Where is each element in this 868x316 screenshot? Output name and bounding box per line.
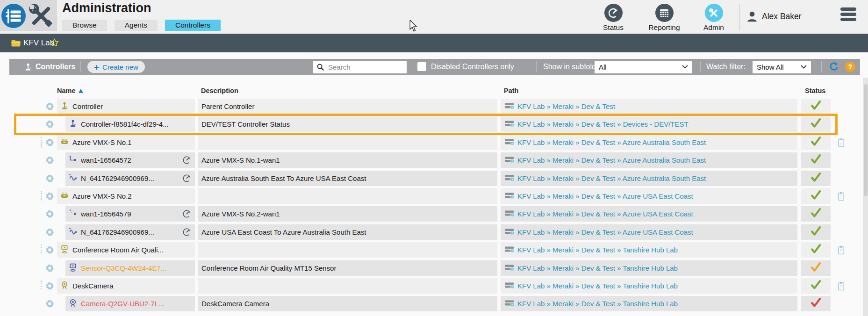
controller-name-cell[interactable]: Controller xyxy=(57,99,195,114)
status-check-icon xyxy=(811,280,821,292)
gear-icon[interactable] xyxy=(45,299,55,310)
refresh-icon[interactable] xyxy=(828,61,839,72)
controller-name-cell[interactable]: Conference Room Air Quali... xyxy=(57,242,195,258)
search-icon xyxy=(316,63,324,71)
status-check-icon xyxy=(811,154,821,166)
rack-icon xyxy=(504,244,514,255)
gear-icon[interactable] xyxy=(45,209,55,221)
gear-icon[interactable] xyxy=(45,119,55,131)
scrollbar-thumb[interactable] xyxy=(864,84,868,196)
wave-icon xyxy=(68,227,78,238)
disabled-only-checkbox[interactable] xyxy=(417,62,426,71)
path-link[interactable]: KFV Lab » Meraki » Dev & Test » Azure Au… xyxy=(517,156,706,164)
nav-reporting[interactable]: Reporting xyxy=(646,4,682,32)
controller-name: Camera-Q2GV-UBU2-7L... xyxy=(81,300,164,308)
sensor-icon xyxy=(60,244,69,256)
star-icon[interactable] xyxy=(50,38,59,48)
clipboard-icon[interactable] xyxy=(837,281,846,293)
gauge-icon xyxy=(182,228,191,238)
controller-name-cell[interactable]: Azure VMX-S No.2 xyxy=(57,188,195,204)
gauge-icon xyxy=(604,4,623,22)
path-link[interactable]: KFV Lab » Meraki » Dev & Test » Tanshire… xyxy=(517,264,678,272)
column-header-status[interactable]: Status xyxy=(805,87,825,94)
rack-icon xyxy=(504,101,514,112)
watch-filter-value: Show All xyxy=(757,63,784,71)
rack-icon xyxy=(504,263,514,273)
nav-status[interactable]: Status xyxy=(595,4,631,32)
path-link[interactable]: KFV Lab » Meraki » Dev & Test » Azure US… xyxy=(517,192,693,200)
joystick-icon xyxy=(68,119,78,130)
controller-name: Controller-f8581f4c-df29-4... xyxy=(81,120,169,128)
controller-name-cell[interactable]: zz wan1-16564579 xyxy=(65,206,195,222)
watch-filter-select[interactable]: Show All xyxy=(753,61,811,73)
path-link[interactable]: KFV Lab » Meraki » Dev & Test » Azure Au… xyxy=(517,174,706,182)
user-menu[interactable]: Alex Baker xyxy=(746,10,802,22)
gear-icon[interactable] xyxy=(45,281,55,293)
path-link[interactable]: KFV Lab » Meraki » Dev & Test » Azure US… xyxy=(517,228,693,236)
gear-icon[interactable] xyxy=(45,191,55,203)
status-check-icon xyxy=(811,172,821,184)
clipboard-icon[interactable] xyxy=(837,245,846,257)
help-icon[interactable]: ? xyxy=(845,62,855,72)
path-link[interactable]: KFV Lab » Meraki » Dev & Test » Tanshire… xyxy=(517,246,678,254)
path-link[interactable]: KFV Lab » Meraki » Dev & Test » Tanshire… xyxy=(517,300,678,308)
gear-icon[interactable] xyxy=(45,245,55,257)
report-icon xyxy=(655,4,674,22)
tab-agents[interactable]: Agents xyxy=(115,20,158,31)
controller-description: DEV/TEST Controller Status xyxy=(201,120,290,128)
menu-icon[interactable] xyxy=(840,7,857,23)
status-check-icon xyxy=(811,101,821,112)
create-new-button[interactable]: + Create new xyxy=(87,61,145,73)
controller-name: N_641762946900969... xyxy=(81,228,154,236)
drag-handle-icon[interactable] xyxy=(41,244,42,255)
controller-name-cell[interactable]: N_641762946900969... xyxy=(65,224,195,240)
subfolders-select[interactable]: All xyxy=(595,61,692,73)
controller-name-cell[interactable]: N_641762946900969... xyxy=(65,171,195,186)
toolbar-divider-4 xyxy=(821,61,822,72)
wave-icon xyxy=(68,173,78,184)
gear-icon[interactable] xyxy=(45,137,55,149)
tools-icon-small xyxy=(705,4,723,22)
gear-icon[interactable] xyxy=(45,173,55,185)
drag-handle-icon[interactable] xyxy=(41,137,42,148)
controller-description: Azure USA East Coast To Azure Australia … xyxy=(201,228,366,236)
path-link[interactable]: KFV Lab » Meraki » Dev & Test » Devices … xyxy=(517,120,689,128)
nav-reporting-label: Reporting xyxy=(646,23,682,32)
controller-status-cell xyxy=(801,260,831,276)
controller-name-cell[interactable]: Azure VMX-S No.1 xyxy=(57,135,195,150)
controller-name: wan1-16564572 xyxy=(81,156,131,164)
controller-status-cell xyxy=(801,296,831,311)
controller-name: wan1-16564579 xyxy=(81,210,131,218)
nav-admin[interactable]: Admin xyxy=(696,4,732,32)
gear-icon[interactable] xyxy=(45,155,55,167)
path-link[interactable]: KFV Lab » Meraki » Dev & Test » Azure US… xyxy=(517,210,693,218)
clipboard-icon[interactable] xyxy=(837,137,846,150)
column-header-name[interactable]: Name xyxy=(57,87,83,94)
tab-browse[interactable]: Browse xyxy=(62,20,107,31)
controller-name-cell[interactable]: Controller-f8581f4c-df29-4... xyxy=(65,116,195,132)
tab-controllers[interactable]: Controllers xyxy=(165,20,221,31)
column-header-description[interactable]: Description xyxy=(201,87,238,94)
clipboard-icon[interactable] xyxy=(837,191,846,203)
drag-handle-icon[interactable] xyxy=(41,280,42,291)
gear-icon[interactable] xyxy=(45,263,55,275)
tab-bar: Browse Agents Controllers xyxy=(62,20,221,31)
controller-description-cell: Azure Australia South East To Azure USA … xyxy=(198,171,497,186)
column-header-path[interactable]: Path xyxy=(504,87,518,94)
controller-name-cell[interactable]: Sensor-Q3CQ-4W24-4E7... xyxy=(65,260,195,276)
search-input[interactable] xyxy=(327,63,395,72)
path-link[interactable]: KFV Lab » Meraki » Dev & Test xyxy=(517,102,615,110)
drag-handle-icon[interactable] xyxy=(41,191,42,201)
status-check-icon xyxy=(811,262,821,274)
controller-status-cell xyxy=(801,135,831,150)
controller-name-cell[interactable]: wan1-16564572 xyxy=(65,152,195,168)
gear-icon[interactable] xyxy=(45,101,55,113)
app-logo-icon[interactable] xyxy=(1,2,27,29)
controller-name: Azure VMX-S No.1 xyxy=(72,138,132,146)
controller-name-cell[interactable]: DeskCamera xyxy=(57,278,195,294)
path-link[interactable]: KFV Lab » Meraki » Dev & Test » Azure Au… xyxy=(517,138,706,146)
controller-name-cell[interactable]: Camera-Q2GV-UBU2-7L... xyxy=(65,296,195,311)
plus-icon: + xyxy=(94,63,99,72)
path-link[interactable]: KFV Lab » Meraki » Dev & Test » Tanshire… xyxy=(517,282,678,290)
gear-icon[interactable] xyxy=(45,227,55,239)
